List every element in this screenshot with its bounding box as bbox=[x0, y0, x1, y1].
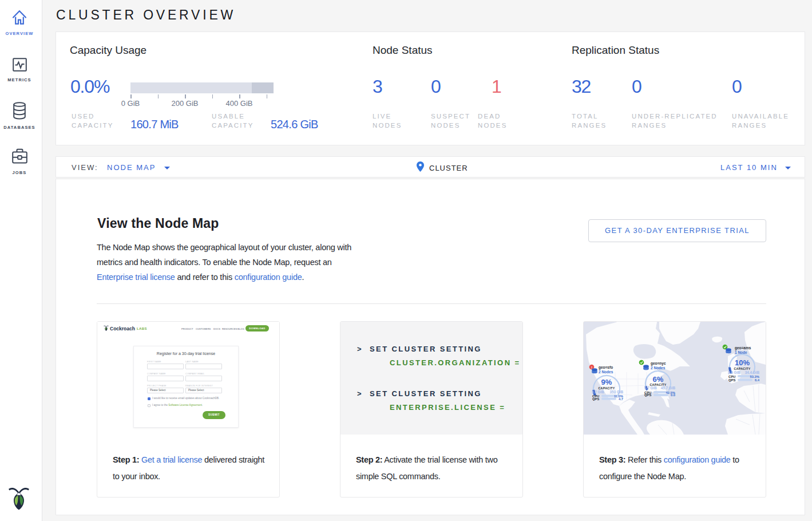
svg-text:QPS: QPS bbox=[644, 393, 651, 397]
svg-text:45.7 GiB: 45.7 GiB bbox=[661, 386, 676, 390]
svg-text:34.4 GiB: 34.4 GiB bbox=[745, 370, 760, 374]
svg-text:2 Nodes: 2 Nodes bbox=[651, 366, 666, 370]
svg-text:53.3%: 53.3% bbox=[750, 375, 759, 378]
svg-text:QPS: QPS bbox=[592, 397, 599, 401]
svg-text:9%: 9% bbox=[601, 378, 612, 386]
svg-text:0.0: 0.0 bbox=[671, 393, 675, 397]
svg-text:1 Node: 1 Node bbox=[735, 350, 747, 354]
svg-text:6.4: 6.4 bbox=[755, 378, 760, 382]
svg-text:3.2 GiB: 3.2 GiB bbox=[592, 390, 604, 394]
svg-text:QPS: QPS bbox=[728, 378, 735, 382]
svg-text:!: ! bbox=[591, 366, 592, 369]
svg-text:CPU: CPU bbox=[728, 375, 735, 378]
svg-text:353 GiB: 353 GiB bbox=[610, 390, 624, 394]
svg-text:2 Nodes: 2 Nodes bbox=[599, 370, 613, 374]
svg-text:3.6 GiB: 3.6 GiB bbox=[728, 370, 740, 374]
svg-text:4.7: 4.7 bbox=[619, 397, 623, 401]
svg-text:3.7 GiB: 3.7 GiB bbox=[644, 386, 657, 390]
svg-text:10%: 10% bbox=[735, 358, 750, 367]
